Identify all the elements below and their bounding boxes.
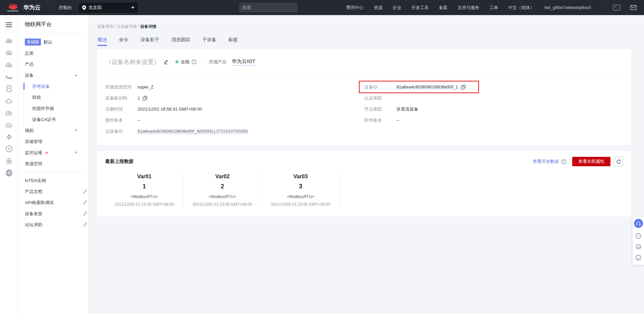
sidebar-item-device-provisioning[interactable]: 设备发放 — [25, 208, 87, 219]
field-auth-type: 认证类型 — [364, 92, 623, 104]
edition-name[interactable]: 默认 — [44, 39, 52, 45]
cloud-server-icon[interactable] — [5, 36, 13, 44]
tab-child-devices[interactable]: 子设备 — [202, 37, 216, 46]
chevron-up-icon — [74, 74, 77, 76]
sidebar-item-resource-spaces[interactable]: 资源空间 — [25, 158, 78, 169]
var-card-2: Var02 2 <ModbusRTU> 2021/12/02 01:23:05 … — [183, 172, 262, 208]
global-search — [239, 3, 298, 12]
sidebar-item-products[interactable]: 产品 — [25, 59, 78, 70]
location-pin-icon — [82, 5, 86, 10]
globe-icon[interactable] — [5, 169, 13, 177]
breadcrumb-parent-device[interactable]: 父设备详情 — [117, 24, 137, 29]
sidebar-item-devices[interactable]: 设备 — [25, 70, 78, 81]
cloud-icon[interactable] — [5, 97, 13, 105]
menu-toggle-button[interactable] — [6, 21, 12, 28]
field-software-version: 软件版本 -- — [364, 115, 623, 126]
support-float-panel: ? — [633, 217, 644, 265]
var-card-1: Var01 1 <ModbusRTU> 2021/12/02 01:23:05 … — [105, 172, 183, 208]
cloud-clock-icon[interactable] — [5, 121, 13, 129]
device-info-card: （设备名称未设置） 在线 ? 所属产品 华为云IOT 所属资源空间 super_… — [97, 49, 631, 145]
nav-support[interactable]: 支持与服务 — [458, 5, 479, 11]
sidebar-item-storage[interactable]: 存储管理 — [25, 136, 78, 147]
external-link-icon — [83, 189, 87, 194]
region-label: 北京四 — [89, 5, 131, 11]
sidebar-item-forum-help[interactable]: 论坛求助 — [25, 219, 87, 230]
service-rail: IP — [0, 15, 18, 314]
survey-button[interactable] — [636, 244, 641, 250]
console-link[interactable]: 控制台 — [59, 5, 72, 11]
copy-icon[interactable] — [143, 96, 147, 101]
messages-button[interactable] — [630, 5, 637, 10]
sidebar-title: 物联网平台 — [25, 21, 89, 28]
cloud-dots-icon[interactable] — [5, 48, 13, 56]
drone-icon[interactable] — [5, 133, 13, 141]
support-button[interactable] — [634, 219, 643, 228]
fields-left-column: 所属资源空间 super_Z 设备标识码 1 注册时间 2021/12/01 1… — [105, 81, 364, 137]
refresh-button[interactable] — [614, 157, 623, 166]
tab-overview[interactable]: 概述 — [98, 37, 107, 46]
main-content: 设备管理 / 父设备详情 / 设备详情 概述 命令 设备影子 消息跟踪 子设备 … — [89, 15, 644, 314]
svg-text:?: ? — [563, 160, 565, 163]
ip-circle-icon[interactable]: IP — [5, 145, 13, 153]
status-help-icon[interactable]: ? — [192, 59, 197, 64]
copy-icon[interactable] — [461, 85, 466, 89]
pencil-icon — [163, 59, 169, 65]
account-id[interactable]: hid_g90m7wbmdrp9oc5 — [544, 5, 591, 10]
tab-message-trace[interactable]: 消息跟踪 — [171, 37, 190, 46]
fields-right-column: 设备ID 61a6ea4c603606028836e90f_1 认证类型 节点类… — [364, 81, 623, 137]
sidebar-item-iotda-instances[interactable]: IoTDA实例 — [25, 175, 78, 186]
question-circle-icon: ? — [635, 233, 641, 239]
device-icon[interactable] — [5, 84, 13, 92]
search-input[interactable] — [242, 5, 301, 10]
rail-divider — [4, 32, 14, 32]
sidebar-item-firmware-upgrade[interactable]: 软固件升级 — [32, 103, 89, 114]
cloud-upload-icon[interactable] — [5, 109, 13, 117]
sidebar-item-device-ca[interactable]: 设备CA证书 — [32, 114, 89, 125]
sidebar-item-overview[interactable]: 总览 — [25, 48, 78, 59]
sidebar-item-rules[interactable]: 规则 — [25, 125, 78, 136]
huawei-logo[interactable]: HUAWEI — [7, 3, 19, 12]
mail-icon — [630, 5, 637, 10]
survey-icon — [636, 244, 641, 250]
svg-text:IP: IP — [8, 147, 10, 150]
sidebar-item-monitoring[interactable]: 监控运维 — [25, 147, 78, 158]
cloud-database-icon[interactable] — [5, 60, 13, 68]
smiley-icon — [635, 255, 641, 261]
waves-icon[interactable] — [5, 72, 13, 80]
latest-data-title: 最新上报数据 — [105, 159, 533, 165]
sidebar-item-product-docs[interactable]: 产品文档 — [25, 186, 87, 197]
edit-name-button[interactable] — [163, 59, 169, 65]
history-help-icon[interactable]: ? — [561, 159, 566, 164]
field-firmware-version: 固件版本 -- — [105, 115, 364, 126]
nav-enterprise[interactable]: 企业 — [392, 5, 401, 11]
nav-devtools[interactable]: 开发工具 — [411, 5, 429, 11]
product-name-link[interactable]: 华为云IOT — [232, 58, 255, 66]
nav-billing[interactable]: 费用中心 — [346, 5, 364, 11]
region-selector[interactable]: 北京四 — [79, 3, 138, 13]
topbar-right: 费用中心 资源 企业 开发工具 备案 支持与服务 工单 中文（简体） hid_g… — [346, 5, 637, 11]
parent-device-id-link[interactable]: 61a6ea4c603606028836e90f_WG593LL07210107… — [138, 129, 248, 134]
tab-commands[interactable]: 命令 — [119, 37, 128, 46]
tab-tags[interactable]: 标签 — [228, 37, 238, 46]
cli-button[interactable]: >_ — [613, 5, 620, 10]
feedback-button[interactable] — [635, 255, 641, 261]
sidebar-dashed-divider — [25, 172, 82, 172]
nav-tickets[interactable]: 工单 — [489, 5, 498, 11]
breadcrumb-device-management[interactable]: 设备管理 — [97, 24, 113, 29]
nav-resources[interactable]: 资源 — [374, 5, 382, 11]
brand-name: 华为云 — [23, 4, 41, 11]
view-all-properties-button[interactable]: 查看全部属性 — [572, 157, 610, 166]
sidebar-item-groups[interactable]: 群组 — [32, 92, 89, 103]
svg-text:?: ? — [193, 60, 195, 63]
topbar: HUAWEI 华为云 控制台 北京四 费用中心 资源 企业 开发工具 备案 支持… — [0, 0, 644, 15]
tab-device-shadow[interactable]: 设备影子 — [141, 37, 159, 46]
help-button[interactable]: ? — [635, 233, 641, 239]
language-switcher[interactable]: 中文（简体） — [508, 5, 534, 11]
var-card-3: Var03 3 <ModbusRTU> 2021/12/02 01:23:05 … — [262, 172, 340, 208]
view-history-link[interactable]: 查看历史数据 — [533, 159, 559, 165]
cluster-icon[interactable] — [5, 157, 13, 165]
sidebar-item-api-explorer[interactable]: API检索和调试 — [25, 197, 87, 208]
sidebar-item-all-devices[interactable]: 所有设备 — [32, 81, 89, 92]
latest-data-card: 最新上报数据 查看历史数据 ? 查看全部属性 Var01 1 <ModbusRT… — [97, 151, 631, 217]
nav-icp[interactable]: 备案 — [439, 5, 447, 11]
